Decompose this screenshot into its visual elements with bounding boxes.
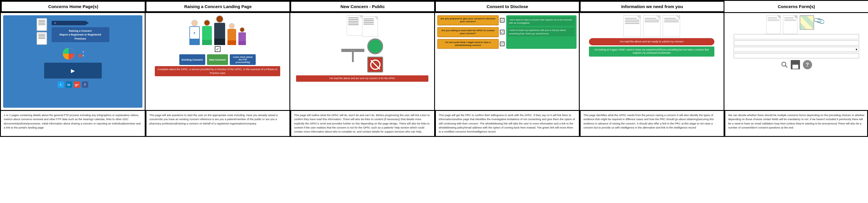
doc-icon-1 <box>37 18 47 31</box>
blue-info-box[interactable]: Raising a ConcernReport a Registrant or … <box>52 27 109 43</box>
info-doc-line <box>625 23 640 24</box>
consent-right-text2: I want to share my experience with you o… <box>508 27 575 36</box>
info-doc-1 <box>624 15 641 37</box>
form-doc-line <box>768 17 779 18</box>
twitter-icon[interactable]: t <box>58 81 64 88</box>
doc-line <box>364 19 374 19</box>
panel-raising-concern: + <box>146 13 290 110</box>
no-symbol-icon <box>370 59 380 70</box>
play-icon: ▶ <box>71 68 75 74</box>
footer-col1-text: 1 or 2 pages containing details about th… <box>4 113 142 130</box>
learn-more-button[interactable]: Learn more about the FTP process/FAQ <box>230 54 256 65</box>
footer-col5-text: This page identifies what the GPhC needs… <box>584 113 721 130</box>
char-head-central <box>216 15 223 23</box>
svg-point-1 <box>782 62 786 66</box>
doc-line <box>364 20 374 21</box>
footer-col4-text: This page will get the PRC to confirm th… <box>439 113 576 134</box>
green-submit-button[interactable]: On looking at it again I think I want to… <box>589 47 714 57</box>
form-input-1[interactable] <box>734 34 859 39</box>
info-doc-line <box>664 20 679 21</box>
char-legs-doctor2 <box>227 41 236 45</box>
header-col5: Information we need from you <box>580 1 724 12</box>
doc-line <box>348 23 359 23</box>
form-select-1[interactable]: ▼ <box>734 47 859 52</box>
linkedin-icon[interactable]: in <box>66 81 72 88</box>
doc-line <box>364 24 374 25</box>
consent-layout: Are you prepared to give your consent to… <box>437 15 577 49</box>
info-doc-line <box>625 18 640 19</box>
forms-top-area: 📎 <box>766 15 827 34</box>
facebook-icon[interactable]: f <box>82 81 88 88</box>
doc-line <box>348 17 359 18</box>
header-row: Concerns Home Page(s) Raising a Concern … <box>0 0 868 13</box>
consent-green-panel: I don't want to raise a concern that req… <box>506 15 577 49</box>
footer-col3-text: This page will outline what the GPhC wil… <box>294 113 431 134</box>
footer-col2-text: This page will ask questions to start th… <box>149 113 286 126</box>
header-col2: Raising a Concern Landing Page <box>146 1 290 12</box>
header-col4: Consent to Disclose <box>435 1 580 12</box>
form-input-2[interactable] <box>734 41 859 46</box>
consent-q3-btn[interactable]: I'm not sure/I think I might need to rai… <box>437 39 499 49</box>
footer-col1: 1 or 2 pages containing details about th… <box>1 111 146 136</box>
panel1-blue-bg: ↗ Raising a ConcernReport a Registrant o… <box>3 15 143 108</box>
red-submit-button[interactable]: I've read the above and am ready to subm… <box>589 38 714 45</box>
consent-q3-check[interactable]: ✓ <box>500 42 504 46</box>
main-container: Concerns Home Page(s) Raising a Concern … <box>0 0 868 137</box>
new-concern-button[interactable]: New Concern <box>207 54 228 65</box>
svg-line-2 <box>785 66 787 68</box>
form-doc-line <box>784 19 796 19</box>
doc-line <box>364 22 374 23</box>
footer-col5: This page identifies what the GPhC needs… <box>580 111 724 136</box>
footer-col3: This page will outline what the GPhC wil… <box>290 111 435 136</box>
help-icon[interactable]: ? <box>803 60 812 69</box>
form-doc-line <box>784 20 796 21</box>
info-doc-line <box>645 18 659 19</box>
dropdown-arrow-icon: ▼ <box>855 48 858 51</box>
info-docs-top <box>624 15 680 37</box>
red-bar-p3[interactable]: I've read the above and am sure my conce… <box>296 75 428 82</box>
signpost-board: ←→ <box>341 49 364 52</box>
character-child <box>239 27 246 45</box>
form-doc-line <box>768 19 779 19</box>
char-head-doctor1 <box>204 20 210 26</box>
paperclip-icon: 📎 <box>812 14 831 35</box>
consent-q1-check[interactable]: ✓ <box>500 18 504 23</box>
map-icon <box>800 15 814 30</box>
search-icon[interactable] <box>781 61 788 68</box>
checkbox-p2[interactable]: ✓ <box>215 46 220 52</box>
panel-concerns-forms: 📎 ▼ <box>724 13 868 110</box>
signpost-pole <box>352 52 354 62</box>
save-disk-icon[interactable] <box>791 60 800 69</box>
consent-q1-btn[interactable]: Are you prepared to give your consent to… <box>437 15 499 25</box>
form-doc-line <box>784 17 796 18</box>
red-no-sign <box>367 57 383 73</box>
form-input-3[interactable] <box>734 53 859 58</box>
signpost-col: ←→ <box>341 49 364 62</box>
info-doc-line <box>645 21 659 22</box>
char-body-child <box>239 32 246 41</box>
icons-row-p3: ←→ <box>341 39 383 73</box>
header-col1-label: Concerns Home Page(s) <box>48 4 98 9</box>
form-inputs: ▼ <box>734 34 859 58</box>
consent-q2-btn[interactable]: Are you willing to work with the GPhC to… <box>437 27 499 37</box>
sign-arrow-top: ↗ <box>52 21 89 25</box>
char-legs-central <box>214 39 225 45</box>
doc-line <box>348 19 359 20</box>
char-head-child <box>240 27 245 32</box>
green-circle-icon <box>367 39 383 54</box>
char-legs-child <box>239 41 246 45</box>
video-placeholder[interactable]: ▶ <box>44 63 102 79</box>
consent-right-text1: I don't want to raise a concern that req… <box>508 17 575 26</box>
google-plus-icon[interactable]: g+ <box>74 81 80 88</box>
map-inner <box>800 16 813 29</box>
characters-row: + <box>189 15 246 45</box>
social-icons-row: t in g+ f <box>58 81 88 88</box>
doc-page-1 <box>347 15 363 35</box>
existing-concern-button[interactable]: Existing Concern <box>179 54 205 65</box>
character-doctor2 <box>227 23 236 45</box>
footer-col2: This page will ask questions to start th… <box>146 111 290 136</box>
consent-q2-check[interactable]: ✓ <box>500 30 504 34</box>
disk-label <box>793 65 798 69</box>
consent-q1-row: Are you prepared to give your consent to… <box>437 15 504 25</box>
char-body-nurse: + <box>189 26 200 39</box>
